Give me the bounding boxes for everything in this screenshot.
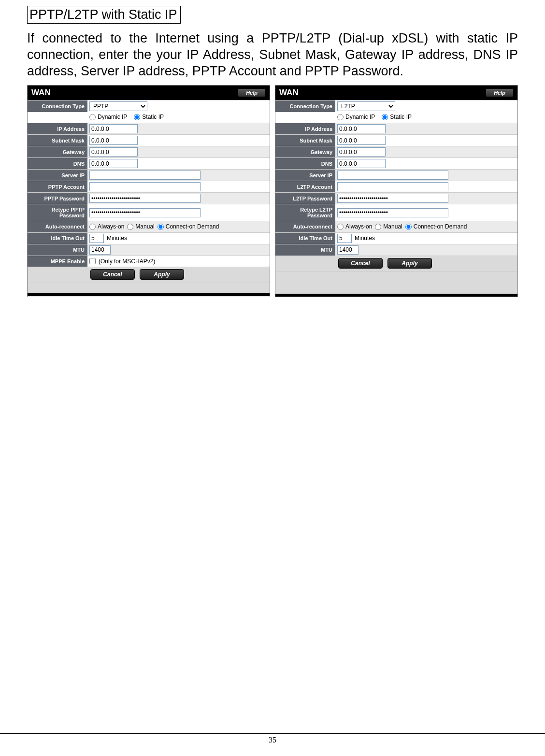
label-gateway: Gateway — [275, 146, 335, 157]
label-idle-timeout: Idle Time Out — [28, 232, 87, 244]
page-number: 35 — [269, 736, 276, 744]
connect-on-demand-label: Connect-on Demand — [414, 223, 467, 230]
always-on-label: Always-on — [98, 223, 124, 230]
wan-panel-pptp: WAN Help Connection Type PPTP Dynamic IP… — [27, 85, 270, 297]
label-account: L2TP Account — [275, 181, 335, 192]
button-bar: Cancel Apply — [275, 256, 517, 271]
minutes-label: Minutes — [107, 235, 127, 242]
static-ip-label: Static IP — [142, 114, 164, 120]
connect-on-demand-radio[interactable] — [405, 224, 412, 230]
ip-address-input[interactable] — [89, 124, 138, 133]
always-on-radio[interactable] — [89, 224, 96, 230]
label-retype-password: Retype L2TP Password — [275, 204, 335, 221]
label-subnet-mask: Subnet Mask — [28, 134, 87, 146]
connection-type-select[interactable]: PPTP — [89, 101, 147, 111]
panel-title: WAN — [279, 88, 299, 98]
minutes-label: Minutes — [355, 235, 375, 242]
mppe-checkbox[interactable] — [89, 258, 96, 264]
mtu-input[interactable] — [337, 245, 359, 255]
server-ip-input[interactable] — [337, 171, 448, 180]
dynamic-ip-label: Dynamic IP — [98, 114, 127, 120]
static-ip-label: Static IP — [390, 114, 412, 120]
label-server-ip: Server IP — [275, 169, 335, 181]
cancel-button[interactable]: Cancel — [90, 269, 135, 280]
idle-timeout-input[interactable] — [89, 234, 104, 243]
panel-header: WAN Help — [275, 86, 517, 100]
manual-label: Manual — [135, 223, 154, 230]
label-mtu: MTU — [28, 244, 87, 256]
gateway-input[interactable] — [89, 147, 138, 157]
label-retype-password: Retype PPTP Password — [28, 204, 87, 221]
account-input[interactable] — [89, 182, 201, 191]
label-password: PPTP Password — [28, 192, 87, 204]
apply-button[interactable]: Apply — [387, 258, 432, 269]
static-ip-radio[interactable] — [382, 114, 388, 120]
idle-timeout-input[interactable] — [337, 234, 352, 243]
password-input[interactable] — [89, 194, 201, 203]
label-dns: DNS — [275, 157, 335, 169]
apply-button[interactable]: Apply — [140, 269, 184, 280]
dynamic-ip-radio[interactable] — [89, 114, 96, 120]
always-on-radio[interactable] — [337, 224, 344, 230]
static-ip-radio[interactable] — [134, 114, 140, 120]
retype-password-input[interactable] — [89, 208, 201, 217]
dns-input[interactable] — [337, 159, 386, 168]
connect-on-demand-radio[interactable] — [158, 224, 164, 230]
dns-input[interactable] — [89, 159, 138, 168]
connection-type-select[interactable]: L2TP — [337, 101, 395, 111]
connect-on-demand-label: Connect-on Demand — [166, 223, 219, 230]
ip-address-input[interactable] — [337, 124, 386, 133]
account-input[interactable] — [337, 182, 448, 191]
label-mppe: MPPE Enable — [28, 256, 87, 267]
gateway-input[interactable] — [337, 147, 386, 157]
label-server-ip: Server IP — [28, 169, 87, 181]
intro-paragraph: If connected to the Internet using a PPT… — [27, 30, 518, 79]
section-title: PPTP/L2TP with Static IP — [27, 6, 181, 24]
manual-radio[interactable] — [127, 224, 133, 230]
label-connection-type: Connection Type — [275, 100, 335, 112]
label-account: PPTP Account — [28, 181, 87, 192]
label-ip-address: IP Address — [275, 123, 335, 134]
label-mtu: MTU — [275, 244, 335, 256]
server-ip-input[interactable] — [89, 171, 201, 180]
label-subnet-mask: Subnet Mask — [275, 134, 335, 146]
label-dns: DNS — [28, 157, 87, 169]
label-idle-timeout: Idle Time Out — [275, 232, 335, 244]
mppe-note: (Only for MSCHAPv2) — [99, 258, 155, 265]
manual-label: Manual — [383, 223, 402, 230]
subnet-mask-input[interactable] — [337, 136, 386, 145]
label-gateway: Gateway — [28, 146, 87, 157]
panel-title: WAN — [31, 88, 51, 98]
dynamic-ip-radio[interactable] — [337, 114, 344, 120]
ip-mode-row: Dynamic IP Static IP — [28, 112, 270, 123]
label-connection-type: Connection Type — [28, 100, 87, 112]
panels-container: WAN Help Connection Type PPTP Dynamic IP… — [27, 85, 518, 297]
panel-header: WAN Help — [28, 86, 270, 100]
label-password: L2TP Password — [275, 192, 335, 204]
wan-panel-l2tp: WAN Help Connection Type L2TP Dynamic IP… — [275, 85, 518, 297]
manual-radio[interactable] — [375, 224, 381, 230]
subnet-mask-input[interactable] — [89, 136, 138, 145]
password-input[interactable] — [337, 194, 448, 203]
button-bar: Cancel Apply — [28, 267, 270, 283]
mtu-input[interactable] — [89, 245, 111, 255]
label-auto-reconnect: Auto-reconnect — [28, 221, 87, 232]
always-on-label: Always-on — [345, 223, 372, 230]
help-button[interactable]: Help — [486, 88, 514, 97]
ip-mode-row: Dynamic IP Static IP — [275, 112, 517, 123]
cancel-button[interactable]: Cancel — [338, 258, 383, 269]
help-button[interactable]: Help — [238, 88, 266, 97]
dynamic-ip-label: Dynamic IP — [345, 114, 375, 120]
label-ip-address: IP Address — [28, 123, 87, 134]
label-auto-reconnect: Auto-reconnect — [275, 221, 335, 232]
page-footer: 35 — [0, 733, 545, 744]
retype-password-input[interactable] — [337, 208, 448, 217]
